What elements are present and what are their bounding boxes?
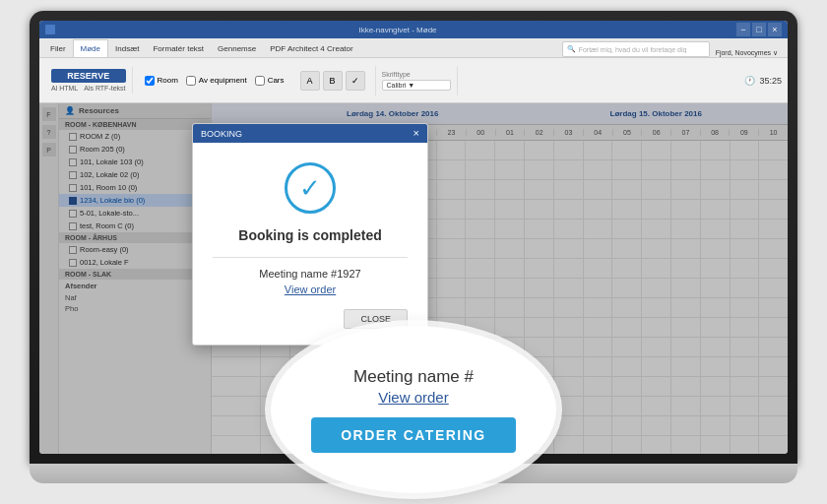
cars-checkbox-label[interactable]: Cars	[255, 76, 285, 86]
equipment-checkbox-label[interactable]: Av equipment	[186, 76, 247, 86]
ribbon-small-btns: Al HTML Als RTF-tekst	[51, 85, 126, 92]
cars-label: Cars	[268, 76, 285, 85]
ribbon-toolbar-icons: A B ✓	[296, 71, 369, 91]
checkmark-circle: ✓	[285, 162, 336, 214]
room-checkbox[interactable]	[145, 76, 155, 86]
title-bar: Ikke-navngivet - Møde − □ ×	[39, 21, 788, 38]
check-icon: ✓	[299, 175, 321, 201]
ribbon-font-group: Skrifttype Calibri ▼	[382, 71, 451, 91]
ribbon-separator-2	[457, 66, 458, 95]
search-placeholder: Fortæl mig, hvad du vil foretage dig	[579, 46, 687, 53]
win-controls: − □ ×	[736, 23, 782, 36]
toolbar-icon-1[interactable]: A	[300, 71, 320, 91]
modal-meeting-name: Meeting name #1927	[213, 268, 408, 280]
search-icon: 🔍	[567, 45, 576, 53]
format-btn-1[interactable]: Al HTML	[51, 85, 78, 92]
equipment-checkbox[interactable]	[186, 76, 196, 86]
ribbon-tabs-bar: Filer Møde Indsæt Formatér tekst Gennems…	[39, 38, 788, 58]
modal-view-order-link[interactable]: View order	[213, 284, 408, 295]
ribbon-search[interactable]: 🔍 Fortæl mig, hvad du vil foretage dig	[562, 41, 710, 57]
tab-mode[interactable]: Møde	[73, 39, 108, 57]
zoom-bubble-container: Meeting name # View order ORDER CATERING	[271, 326, 556, 493]
laptop-container: Ikke-navngivet - Møde − □ × Filer Møde I…	[30, 11, 797, 493]
window-icon	[45, 25, 55, 34]
time-value: 35:25	[759, 76, 782, 86]
zoom-meeting-name: Meeting name #	[353, 367, 474, 387]
font-selector[interactable]: Calibri ▼	[382, 80, 451, 91]
clock-icon: 🕐	[744, 76, 755, 86]
tab-pdf[interactable]: PDF Architect 4 Creator	[263, 39, 359, 57]
tab-indsaet[interactable]: Indsæt	[108, 39, 146, 57]
booking-complete-text: Booking is completed	[213, 227, 408, 243]
modal-close-row: CLOSE	[213, 309, 408, 329]
tab-filer[interactable]: Filer	[43, 39, 73, 57]
tab-format[interactable]: Formatér tekst	[146, 39, 211, 57]
modal-x-button[interactable]: ×	[414, 128, 419, 139]
ribbon-content: RESERVE Al HTML Als RTF-tekst Room Av eq…	[39, 58, 788, 103]
toolbar-icon-3[interactable]: ✓	[346, 71, 365, 91]
time-display: 🕐 35:25	[744, 76, 782, 86]
ribbon-group-checkboxes: Room Av equipment Cars	[139, 76, 290, 86]
close-btn[interactable]: ×	[768, 23, 782, 36]
modal-divider	[213, 257, 408, 258]
cars-checkbox[interactable]	[255, 76, 265, 86]
toolbar-icon-2[interactable]: B	[323, 71, 343, 91]
modal-title-bar: BOOKING ×	[193, 124, 427, 143]
user-label[interactable]: Fjord, Novocymes ∨	[710, 49, 784, 57]
booking-modal: BOOKING × ✓ Booking is completed Meetin	[192, 123, 428, 346]
maximize-btn[interactable]: □	[752, 23, 766, 36]
modal-body: ✓ Booking is completed Meeting name #192…	[193, 143, 427, 345]
order-catering-button[interactable]: ORDER CATERING	[311, 417, 516, 453]
modal-title-text: BOOKING	[201, 129, 242, 139]
zoom-view-order-link[interactable]: View order	[378, 389, 448, 406]
room-label: Room	[158, 76, 178, 85]
equipment-label: Av equipment	[199, 76, 247, 85]
ribbon-group-send: RESERVE Al HTML Als RTF-tekst	[45, 67, 133, 94]
ribbon-separator	[375, 66, 376, 95]
format-btn-2[interactable]: Als RTF-tekst	[84, 85, 125, 92]
reserve-button[interactable]: RESERVE	[51, 69, 126, 83]
minimize-btn[interactable]: −	[736, 23, 750, 36]
room-checkbox-label[interactable]: Room	[145, 76, 178, 86]
tab-gennemse[interactable]: Gennemse	[211, 39, 263, 57]
window-title: Ikke-navngivet - Møde	[59, 26, 736, 34]
